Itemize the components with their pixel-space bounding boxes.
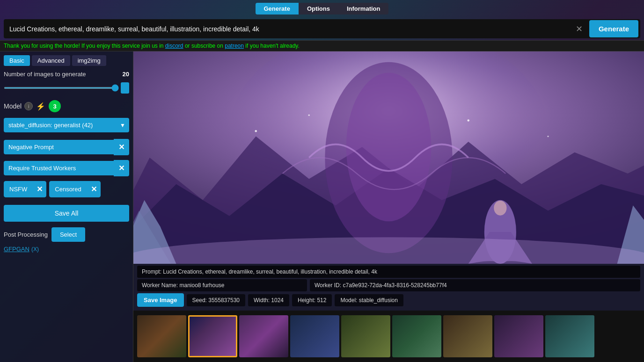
- thumbnail-2[interactable]: [188, 315, 237, 357]
- main-content: Basic Advanced img2img Number of images …: [0, 51, 644, 362]
- model-badge[interactable]: 3: [49, 100, 61, 112]
- model-info-icon[interactable]: i: [24, 102, 33, 110]
- post-processing-label: Post Processing: [4, 231, 48, 238]
- thumbnail-6[interactable]: [392, 315, 441, 357]
- prompt-bar: ✕ Generate: [4, 19, 640, 38]
- nsfw-group: NSFW ✕: [4, 181, 46, 197]
- tab-basic[interactable]: Basic: [4, 55, 30, 66]
- discord-link[interactable]: discord: [165, 43, 183, 49]
- nsfw-row: NSFW ✕ Censored ✕: [4, 181, 129, 197]
- model-box: Model: stable_diffusion: [335, 294, 403, 306]
- worker-row: Worker Name: manioo8 furhouse Worker ID:…: [137, 279, 640, 291]
- info-text-end: if you haven't already.: [244, 43, 300, 49]
- nsfw-button[interactable]: NSFW: [4, 181, 33, 197]
- gfpgan-link[interactable]: GFPGAN: [4, 246, 29, 253]
- svg-point-5: [346, 72, 432, 221]
- info-text-mid: or subscribe on: [183, 43, 225, 49]
- num-images-label: Number of images to generate: [4, 71, 119, 78]
- thumbnail-8[interactable]: [494, 315, 543, 357]
- patreon-link[interactable]: patreon: [225, 43, 244, 49]
- thumbnail-5[interactable]: [341, 315, 390, 357]
- thumbnail-9[interactable]: [545, 315, 594, 357]
- info-bar: Thank you for using the horde! If you en…: [0, 40, 644, 51]
- tab-img2img[interactable]: img2img: [72, 55, 106, 66]
- nav-generate[interactable]: Generate: [256, 3, 299, 14]
- svg-point-12: [255, 130, 257, 132]
- width-box: Width: 1024: [248, 294, 289, 306]
- require-trusted-clear-button[interactable]: ✕: [114, 160, 129, 176]
- censored-group: Censored ✕: [49, 181, 100, 197]
- post-processing-select-button[interactable]: Select: [51, 227, 85, 242]
- gfpgan-row: GFPGAN (X): [4, 246, 129, 253]
- negative-prompt-button[interactable]: Negative Prompt: [4, 140, 114, 154]
- nav-options[interactable]: Options: [299, 3, 338, 14]
- thumbnail-4[interactable]: [290, 315, 339, 357]
- gfpgan-remove[interactable]: (X): [31, 246, 39, 253]
- censored-button[interactable]: Censored: [49, 181, 87, 197]
- svg-point-10: [494, 201, 506, 216]
- negative-prompt-clear-button[interactable]: ✕: [114, 139, 129, 155]
- require-trusted-button[interactable]: Require Trusted Workers: [4, 161, 114, 175]
- info-text: Thank you for using the horde! If you en…: [4, 43, 165, 49]
- main-image: [133, 51, 644, 264]
- thumbnail-row: [133, 311, 644, 362]
- censored-x-button[interactable]: ✕: [87, 181, 101, 197]
- num-images-container: Number of images to generate 20: [4, 71, 129, 78]
- model-filter-icon[interactable]: ⚡: [36, 101, 46, 111]
- seed-box: Seed: 3555837530: [187, 294, 245, 306]
- meta-row: Save Image Seed: 3555837530 Width: 1024 …: [137, 293, 640, 307]
- top-nav: Generate Options Information: [0, 0, 644, 17]
- main-image-area: Prompt: Lucid Creations, ethereal, dream…: [133, 51, 644, 362]
- height-box: Height: 512: [292, 294, 332, 306]
- model-label: Model: [4, 102, 22, 110]
- slider-thumb: [121, 82, 129, 94]
- main-image-wrapper: [133, 51, 644, 264]
- num-images-slider[interactable]: [4, 87, 119, 89]
- nsfw-x-button[interactable]: ✕: [33, 181, 46, 197]
- image-info: Prompt: Lucid Creations, ethereal, dream…: [133, 264, 644, 311]
- tab-advanced[interactable]: Advanced: [32, 55, 70, 66]
- generate-button[interactable]: Generate: [589, 20, 638, 37]
- slider-row: [4, 82, 129, 94]
- save-image-button[interactable]: Save Image: [137, 293, 184, 307]
- require-trusted-row: Require Trusted Workers ✕: [4, 160, 129, 176]
- prompt-clear-button[interactable]: ✕: [572, 22, 586, 36]
- post-processing-row: Post Processing Select: [4, 227, 129, 242]
- svg-point-14: [467, 119, 469, 122]
- model-select-container: stable_diffusion: generalist (42) ▼: [4, 118, 129, 132]
- tab-row: Basic Advanced img2img: [4, 55, 129, 66]
- sidebar: Basic Advanced img2img Number of images …: [0, 51, 133, 362]
- prompt-display: Prompt: Lucid Creations, ethereal, dream…: [137, 266, 640, 278]
- model-row: Model i ⚡ 3: [4, 100, 129, 112]
- thumbnail-1[interactable]: [137, 315, 186, 357]
- nav-information[interactable]: Information: [338, 3, 389, 14]
- num-images-value: 20: [123, 71, 129, 78]
- thumbnail-7[interactable]: [443, 315, 492, 357]
- prompt-input[interactable]: [6, 22, 572, 36]
- negative-prompt-row: Negative Prompt ✕: [4, 139, 129, 155]
- thumbnail-3[interactable]: [239, 315, 288, 357]
- save-all-button[interactable]: Save All: [4, 205, 129, 222]
- model-select[interactable]: stable_diffusion: generalist (42): [4, 118, 129, 132]
- worker-name: Worker Name: manioo8 furhouse: [137, 279, 307, 291]
- svg-point-13: [308, 114, 310, 116]
- svg-point-15: [547, 136, 549, 137]
- worker-id: Worker ID: c7a9e932-72da-4fa3-8316-52824…: [310, 279, 640, 291]
